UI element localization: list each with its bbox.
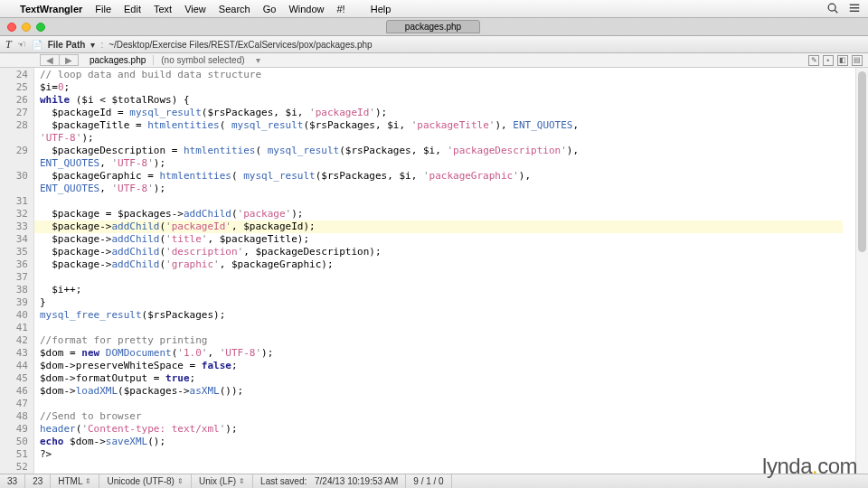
path-separator: : [100,40,103,50]
split-icon[interactable]: ◧ [837,55,848,66]
path-bar: T ☜ 📄 File Path ▾ : ~/Desktop/Exercise F… [0,36,868,53]
cursor-col: 23 [25,474,51,488]
line-gutter: 24 25 26 27 28 29 30 31 32 33 34 35 36 3… [0,68,34,478]
menu-edit[interactable]: Edit [124,4,141,14]
file-path: ~/Desktop/Exercise Files/REST/ExCalServi… [108,40,373,50]
text-tool-icon[interactable]: T [5,38,12,52]
menu-view[interactable]: View [184,4,206,14]
nav-forward-button[interactable]: ▶ [60,55,78,65]
symbol-dropdown-icon[interactable]: ▾ [252,55,264,65]
drag-handle-icon[interactable]: ☜ [17,39,26,51]
svg-line-1 [835,10,837,13]
zoom-window-button[interactable] [36,23,45,32]
menu-file[interactable]: File [95,4,111,14]
language-popup[interactable]: HTML⇕ [51,474,99,488]
symbol-popup[interactable]: (no symbol selected) [154,55,251,65]
pencil-icon[interactable]: ✎ [808,55,819,66]
svg-point-0 [828,4,835,11]
scrollbar-thumb[interactable] [858,71,866,252]
svg-rect-3 [850,7,860,8]
menubar: TextWrangler File Edit Text View Search … [0,0,868,18]
navigation-bar: ◀ ▶ packages.php (no symbol selected) ▾ … [0,53,868,68]
traffic-lights [0,23,52,32]
panel-icon[interactable]: ▤ [852,55,863,66]
nav-back-button[interactable]: ◀ [41,55,60,65]
menu-help[interactable]: Help [371,4,392,14]
path-label: File Path [48,40,86,50]
minimize-window-button[interactable] [22,23,31,32]
app-name[interactable]: TextWrangler [20,4,82,14]
close-window-button[interactable] [7,23,16,32]
document-tab[interactable]: packages.php [386,20,480,33]
doc-status-icon[interactable]: ▪ [823,55,834,66]
tab-title: packages.php [405,22,461,32]
watermark-brand: lynda [762,454,812,478]
spotlight-icon[interactable] [826,2,839,16]
watermark-suffix: com [817,454,857,478]
window-titlebar: packages.php [0,18,868,36]
cursor-line: 33 [0,474,25,488]
notification-center-icon[interactable] [848,2,861,16]
selection-counts: 9 / 1 / 0 [406,474,451,488]
code-area[interactable]: // loop data and build data structure $i… [34,68,855,478]
svg-rect-2 [850,4,860,5]
encoding-popup[interactable]: Unicode (UTF-8)⇕ [99,474,191,488]
line-endings-popup[interactable]: Unix (LF)⇕ [192,474,253,488]
vertical-scrollbar[interactable] [855,68,868,478]
file-popup[interactable]: packages.php [82,55,154,65]
menu-window[interactable]: Window [288,4,324,14]
menu-go[interactable]: Go [263,4,277,14]
history-nav: ◀ ▶ [40,54,79,66]
status-bar: 33 23 HTML⇕ Unicode (UTF-8)⇕ Unix (LF)⇕ … [0,474,868,488]
menu-shebang[interactable]: #! [337,4,345,14]
menu-search[interactable]: Search [219,4,250,14]
svg-rect-4 [850,10,860,11]
watermark: lynda.com [762,454,857,479]
editor: 24 25 26 27 28 29 30 31 32 33 34 35 36 3… [0,68,868,478]
path-dropdown-icon[interactable]: ▾ [90,40,95,50]
menu-text[interactable]: Text [154,4,172,14]
doc-icon: 📄 [32,40,42,50]
last-saved: Last saved: 7/24/13 10:19:53 AM [253,474,406,488]
